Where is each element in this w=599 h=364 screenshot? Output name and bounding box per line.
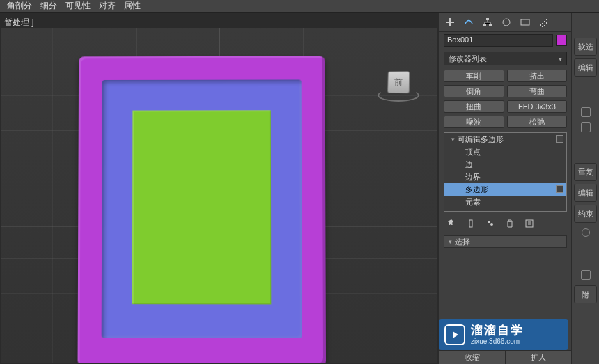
stack-root-label: 可编辑多边形 bbox=[458, 134, 504, 145]
unique-icon[interactable] bbox=[485, 219, 497, 230]
menu-item-align[interactable]: 对齐 bbox=[95, 0, 120, 12]
rollout-selection: 选择 bbox=[444, 235, 567, 248]
svg-rect-2 bbox=[489, 24, 492, 26]
display-tab-icon[interactable] bbox=[519, 16, 531, 29]
svg-point-3 bbox=[503, 19, 510, 26]
object-name-input[interactable]: Box001 bbox=[444, 34, 553, 47]
stack-root[interactable]: 可编辑多边形 bbox=[444, 133, 566, 145]
stack-vertex[interactable]: 顶点 bbox=[444, 145, 566, 158]
pin-icon[interactable] bbox=[446, 219, 458, 230]
frame-inner bbox=[102, 79, 302, 338]
command-panel-main: Box001 修改器列表 车削 挤出 倒角 弯曲 扭曲 FFD 3x3x3 噪波… bbox=[439, 13, 571, 364]
modifier-list-dropdown[interactable]: 修改器列表 bbox=[444, 52, 567, 65]
bottom-buttons: 收缩 扩大 bbox=[439, 350, 571, 364]
bend-button[interactable]: 弯曲 bbox=[507, 85, 568, 97]
twist-button[interactable]: 扭曲 bbox=[444, 100, 504, 113]
modifier-stack[interactable]: 可编辑多边形 顶点 边 边界 多边形 元素 bbox=[444, 132, 567, 212]
svg-rect-5 bbox=[469, 220, 472, 227]
command-tabs bbox=[439, 13, 571, 32]
noise-button[interactable]: 噪波 bbox=[444, 116, 504, 128]
side-edit2-button[interactable]: 编辑 bbox=[574, 184, 597, 202]
shrink-button[interactable]: 收缩 bbox=[439, 351, 506, 364]
watermark-url: zixue.3d66.com bbox=[471, 338, 524, 345]
menu-item-properties[interactable]: 属性 bbox=[120, 0, 145, 12]
stack-polygon-toggle[interactable] bbox=[556, 185, 563, 193]
create-tab-icon[interactable] bbox=[444, 16, 456, 29]
svg-rect-4 bbox=[521, 19, 529, 25]
viewport-label: 暂处理 ] bbox=[4, 17, 34, 29]
object-name-row: Box001 bbox=[439, 32, 571, 49]
utilities-tab-icon[interactable] bbox=[538, 16, 550, 29]
lathe-button[interactable]: 车削 bbox=[444, 70, 504, 82]
relax-button[interactable]: 松弛 bbox=[507, 116, 568, 128]
watermark-play-icon bbox=[444, 324, 465, 345]
watermark: 溜溜自学 zixue.3d66.com bbox=[439, 319, 568, 350]
viewport[interactable]: 前 bbox=[1, 28, 437, 363]
stack-polygon-label: 多边形 bbox=[465, 184, 488, 195]
stack-toolbar bbox=[439, 216, 571, 232]
stack-polygon[interactable]: 多边形 bbox=[444, 183, 566, 196]
side-square-icon[interactable] bbox=[581, 107, 591, 117]
side-undo-button[interactable]: 重复 bbox=[574, 163, 597, 181]
stack-root-toggle[interactable] bbox=[556, 135, 563, 143]
modify-tab-icon[interactable] bbox=[462, 16, 475, 29]
menu-item-visibility[interactable]: 可见性 bbox=[61, 0, 95, 12]
main-area: 暂处理 ] 前 bbox=[0, 13, 439, 364]
scene-object[interactable] bbox=[78, 56, 327, 363]
extrude-button[interactable]: 挤出 bbox=[507, 70, 568, 82]
view-cube[interactable]: 前 bbox=[378, 65, 419, 107]
svg-point-6 bbox=[488, 221, 490, 223]
menu-item-subdivide[interactable]: 角剖分 bbox=[3, 0, 36, 12]
side-ribbon: 软选 编辑 重复 编辑 约束 附 bbox=[571, 13, 599, 364]
modifier-buttons: 车削 挤出 倒角 弯曲 扭曲 FFD 3x3x3 噪波 松弛 bbox=[439, 70, 571, 128]
motion-tab-icon[interactable] bbox=[500, 16, 513, 29]
show-result-icon[interactable] bbox=[466, 219, 477, 230]
side-attach-button[interactable]: 附 bbox=[574, 285, 597, 303]
object-color-swatch[interactable] bbox=[556, 35, 567, 46]
chamfer-button[interactable]: 倒角 bbox=[444, 85, 504, 97]
menu-item-subdivision[interactable]: 细分 bbox=[36, 0, 61, 12]
watermark-title: 溜溜自学 bbox=[471, 324, 524, 338]
frame-center bbox=[132, 110, 272, 304]
side-square-icon-2[interactable] bbox=[581, 122, 591, 132]
svg-rect-8 bbox=[526, 220, 533, 227]
stack-element[interactable]: 元素 bbox=[444, 196, 566, 208]
svg-rect-0 bbox=[486, 18, 489, 20]
configure-icon[interactable] bbox=[524, 219, 536, 230]
rollout-selection-header[interactable]: 选择 bbox=[444, 235, 567, 248]
side-edit-button[interactable]: 编辑 bbox=[574, 58, 597, 77]
hierarchy-tab-icon[interactable] bbox=[481, 16, 494, 29]
side-circle-icon[interactable] bbox=[582, 228, 590, 237]
svg-rect-1 bbox=[483, 24, 486, 26]
svg-point-7 bbox=[490, 223, 493, 226]
side-constrain-button[interactable]: 约束 bbox=[574, 205, 597, 223]
remove-icon[interactable] bbox=[505, 219, 516, 230]
ffd-button[interactable]: FFD 3x3x3 bbox=[507, 100, 568, 113]
grow-button[interactable]: 扩大 bbox=[506, 351, 571, 364]
menu-bar: 角剖分 细分 可见性 对齐 属性 bbox=[0, 0, 599, 13]
stack-border[interactable]: 边界 bbox=[444, 171, 566, 183]
stack-edge[interactable]: 边 bbox=[444, 158, 566, 171]
side-square-icon-3[interactable] bbox=[581, 270, 591, 280]
modifier-list: 修改器列表 bbox=[444, 52, 567, 65]
side-soft-button[interactable]: 软选 bbox=[574, 38, 597, 56]
command-panel: Box001 修改器列表 车削 挤出 倒角 弯曲 扭曲 FFD 3x3x3 噪波… bbox=[439, 13, 599, 364]
viewcube-face[interactable]: 前 bbox=[387, 71, 410, 93]
